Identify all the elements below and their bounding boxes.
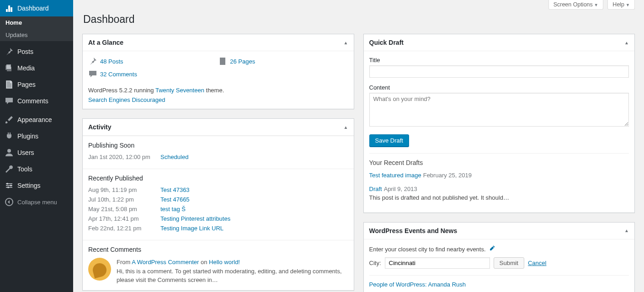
draft-link[interactable]: Test featured image (369, 172, 421, 179)
draft-item: Test featured imageFebruary 25, 2019 (369, 171, 629, 180)
recently-published-heading: Recently Published (88, 175, 348, 182)
menu-pages[interactable]: Pages (0, 76, 73, 93)
menu-label: Dashboard (17, 5, 49, 12)
recent-comments-heading: Recent Comments (88, 246, 348, 253)
activity-date: Aug 9th, 11:19 pm (88, 186, 160, 193)
menu-media[interactable]: Media (0, 60, 73, 76)
comment-excerpt: Hi, this is a comment. To get started wi… (117, 267, 348, 285)
theme-link[interactable]: Twenty Seventeen (155, 87, 204, 94)
events-news-box: WordPress Events and News ▲ Enter your c… (363, 222, 635, 292)
menu-label: Settings (17, 182, 41, 189)
quick-draft-box: Quick Draft ▲ Title Content Save Draft Y… (363, 34, 635, 213)
city-input[interactable] (385, 257, 490, 269)
menu-settings[interactable]: Settings (0, 177, 73, 194)
activity-post-link[interactable]: Testing Image Link URL (160, 225, 224, 232)
activity-header[interactable]: Activity ▲ (83, 119, 354, 136)
chevron-down-icon: ▼ (626, 3, 630, 7)
comments-link[interactable]: 32 Comments (100, 71, 137, 78)
draft-title-input[interactable] (369, 65, 629, 78)
activity-date: Jan 1st 2020, 12:00 pm (88, 154, 160, 160)
activity-row: Feb 22nd, 12:21 pmTesting Image Link URL (88, 225, 348, 232)
menu-dashboard[interactable]: Dashboard (0, 0, 73, 16)
news-link[interactable]: People of WordPress: Amanda Rush (369, 281, 466, 288)
submit-button[interactable]: Submit (494, 257, 524, 269)
draft-content-label: Content (369, 84, 629, 91)
admin-sidebar: Dashboard Home Updates Posts Media Pages… (0, 0, 73, 292)
activity-post-link[interactable]: Testing Pinterest attributes (160, 215, 230, 222)
menu-label: Comments (17, 97, 48, 105)
pages-link[interactable]: 26 Pages (230, 58, 255, 65)
comment-row: From A WordPress Commenter on Hello worl… (88, 258, 348, 285)
activity-post-link[interactable]: Test 47363 (160, 186, 190, 193)
page-icon (5, 80, 14, 89)
scheduled-row: Jan 1st 2020, 12:00 pm Scheduled (88, 154, 348, 160)
save-draft-button[interactable]: Save Draft (369, 134, 409, 147)
menu-comments[interactable]: Comments (0, 93, 73, 109)
quick-draft-header[interactable]: Quick Draft ▲ (364, 34, 635, 51)
menu-tools[interactable]: Tools (0, 161, 73, 177)
activity-date: May 21st, 5:08 pm (88, 206, 160, 212)
chevron-up-icon[interactable]: ▲ (344, 40, 348, 45)
activity-box: Activity ▲ Publishing Soon Jan 1st 2020,… (82, 118, 354, 291)
recent-list: Aug 9th, 11:19 pmTest 47363Jul 10th, 1:2… (88, 186, 348, 232)
menu-label: Tools (17, 165, 32, 173)
draft-item: DraftApril 9, 2013This post is drafted a… (369, 185, 629, 202)
menu-appearance[interactable]: Appearance (0, 111, 73, 128)
activity-date: Jul 10th, 1:22 pm (88, 196, 160, 203)
pencil-icon[interactable] (489, 245, 495, 253)
collapse-menu-button[interactable]: Collapse menu (0, 194, 73, 210)
activity-post-link[interactable]: Scheduled (160, 154, 188, 160)
search-engines-link[interactable]: Search Engines Discouraged (88, 96, 165, 103)
city-label: City: (369, 260, 381, 266)
drafts-list: Test featured imageFebruary 25, 2019Draf… (369, 171, 629, 202)
menu-label: Pages (17, 81, 36, 88)
posts-link[interactable]: 48 Posts (100, 58, 123, 65)
cancel-link[interactable]: Cancel (528, 260, 546, 266)
menu-label: Plugins (17, 133, 38, 140)
box-title: At a Glance (88, 39, 123, 46)
activity-row: Apr 17th, 12:41 pmTesting Pinterest attr… (88, 215, 348, 222)
page-title: Dashboard (83, 13, 635, 26)
right-column: Quick Draft ▲ Title Content Save Draft Y… (363, 34, 635, 292)
activity-date: Feb 22nd, 12:21 pm (88, 225, 160, 232)
left-column: At a Glance ▲ 48 Posts 26 Pages (82, 34, 354, 292)
submenu-updates[interactable]: Updates (0, 29, 73, 41)
svg-point-2 (6, 183, 8, 185)
pin-icon (5, 47, 14, 56)
menu-plugins[interactable]: Plugins (0, 128, 73, 144)
user-icon (5, 148, 14, 157)
brush-icon (5, 115, 14, 124)
menu-label: Appearance (17, 116, 52, 123)
events-prompt: Enter your closest city to find nearby e… (369, 245, 629, 253)
activity-post-link[interactable]: test tag Š (160, 206, 186, 212)
draft-date: April 9, 2013 (384, 186, 417, 192)
activity-row: Aug 9th, 11:19 pmTest 47363 (88, 186, 348, 193)
dashboard-icon (5, 4, 14, 13)
chevron-up-icon[interactable]: ▲ (624, 228, 629, 233)
comment-icon (88, 69, 97, 79)
draft-excerpt: This post is drafted and not published y… (369, 193, 629, 202)
draft-link[interactable]: Draft (369, 186, 382, 192)
chevron-up-icon[interactable]: ▲ (624, 40, 629, 45)
glance-pages: 26 Pages (218, 57, 348, 66)
comment-author-link[interactable]: A WordPress Commenter (132, 259, 199, 265)
page-icon (218, 57, 227, 66)
wrench-icon (5, 165, 14, 174)
comment-icon (5, 96, 14, 106)
draft-content-textarea[interactable] (369, 93, 629, 127)
menu-label: Users (17, 149, 34, 156)
menu-posts[interactable]: Posts (0, 43, 73, 60)
menu-label: Posts (17, 48, 33, 55)
submenu-home[interactable]: Home (0, 16, 73, 29)
menu-users[interactable]: Users (0, 144, 73, 161)
collapse-icon (5, 197, 14, 207)
screen-options-tab[interactable]: Screen Options▼ (548, 0, 603, 10)
chevron-up-icon[interactable]: ▲ (344, 125, 348, 130)
activity-post-link[interactable]: Test 47665 (160, 196, 190, 203)
comment-post-link[interactable]: Hello world! (209, 259, 240, 265)
events-news-header[interactable]: WordPress Events and News ▲ (364, 223, 635, 239)
help-tab[interactable]: Help▼ (607, 0, 635, 10)
publishing-soon-heading: Publishing Soon (88, 142, 348, 149)
activity-row: May 21st, 5:08 pmtest tag Š (88, 206, 348, 212)
at-a-glance-header[interactable]: At a Glance ▲ (83, 34, 354, 51)
